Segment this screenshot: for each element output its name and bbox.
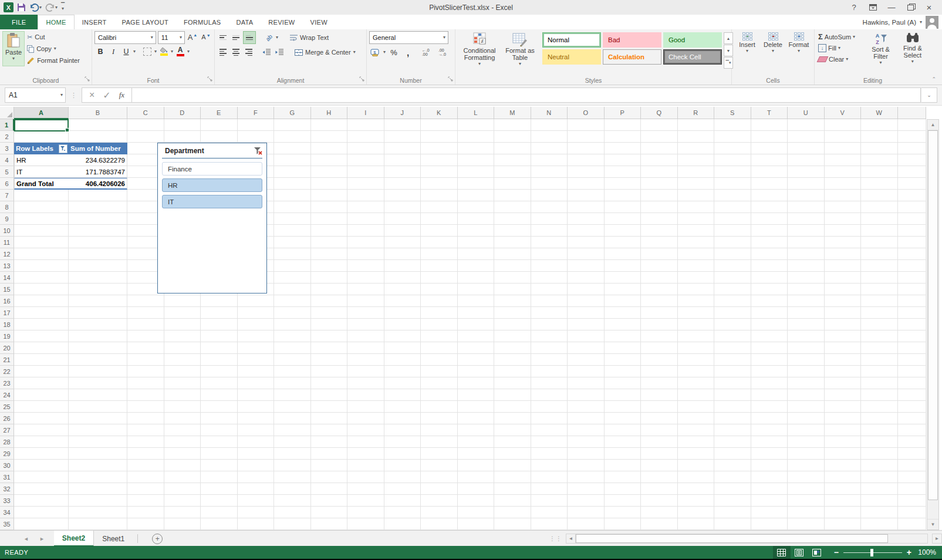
column-header-H[interactable]: H	[311, 107, 348, 119]
column-header-J[interactable]: J	[384, 107, 421, 119]
name-box[interactable]: A1▾	[5, 87, 66, 103]
comma-icon[interactable]: ,	[402, 46, 414, 58]
restore-button[interactable]	[902, 2, 919, 14]
insert-function-icon[interactable]: fx	[119, 90, 124, 100]
cell-style-bad[interactable]: Bad	[603, 32, 661, 48]
undo-icon[interactable]: ▾	[29, 4, 42, 12]
sort-filter-button[interactable]: AZ Sort & Filter ▾	[865, 31, 896, 66]
fill-color-dropdown-arrow[interactable]: ▾	[171, 49, 173, 54]
autosum-button[interactable]: ΣAutoSum▾	[817, 31, 865, 42]
row-header-4[interactable]: 4	[0, 154, 14, 166]
row-header-12[interactable]: 12	[0, 248, 14, 260]
column-header-P[interactable]: P	[605, 107, 641, 119]
user-dropdown-arrow[interactable]: ▾	[920, 20, 922, 25]
middle-align-icon[interactable]	[230, 32, 242, 43]
row-header-16[interactable]: 16	[0, 295, 14, 307]
borders-dropdown-arrow[interactable]: ▾	[154, 49, 157, 54]
row-header-15[interactable]: 15	[0, 284, 14, 295]
column-header-U[interactable]: U	[788, 107, 825, 119]
copy-button[interactable]: Copy▾	[26, 43, 81, 55]
clipboard-dialog-launcher[interactable]	[85, 76, 90, 83]
slicer-item-finance[interactable]: Finance	[162, 162, 262, 176]
column-header-partial[interactable]	[898, 107, 926, 119]
column-header-S[interactable]: S	[714, 107, 751, 119]
row-header-9[interactable]: 9	[0, 213, 14, 225]
italic-button[interactable]: I	[107, 46, 119, 58]
cell-style-normal[interactable]: Normal	[542, 32, 601, 48]
row-header-5[interactable]: 5	[0, 166, 14, 178]
column-header-F[interactable]: F	[238, 107, 275, 119]
merge-center-button[interactable]: Merge & Center▾	[293, 46, 357, 58]
column-header-N[interactable]: N	[531, 107, 568, 119]
fill-handle[interactable]	[65, 128, 69, 132]
column-header-B[interactable]: B	[69, 107, 127, 119]
insert-cells-button[interactable]: Insert▾	[734, 31, 760, 55]
decrease-font-icon[interactable]: A▼	[200, 31, 212, 43]
row-header-25[interactable]: 25	[0, 401, 14, 413]
row-header-10[interactable]: 10	[0, 225, 14, 237]
scroll-down-icon[interactable]: ▼	[927, 519, 938, 529]
row-header-8[interactable]: 8	[0, 201, 14, 213]
row-header-6[interactable]: 6	[0, 178, 14, 190]
vertical-scroll-thumb[interactable]	[928, 130, 938, 500]
pivot-row[interactable]: IT171.7883747	[14, 166, 127, 178]
formula-input[interactable]	[132, 87, 921, 103]
cell-style-neutral[interactable]: Neutral	[542, 49, 601, 65]
row-header-24[interactable]: 24	[0, 389, 14, 401]
ribbon-tab-review[interactable]: REVIEW	[261, 15, 302, 29]
column-header-G[interactable]: G	[274, 107, 311, 119]
redo-icon[interactable]: ▾	[45, 4, 58, 12]
row-header-35[interactable]: 35	[0, 518, 14, 530]
select-all-corner[interactable]	[0, 107, 14, 119]
column-header-C[interactable]: C	[127, 107, 164, 119]
increase-decimal-icon[interactable]: ←.0 .00	[422, 46, 436, 58]
slicer-item-hr[interactable]: HR	[162, 178, 262, 192]
accounting-dropdown-arrow[interactable]: ▾	[383, 50, 386, 55]
conditional-formatting-button[interactable]: ≠ Conditional Formatting ▾	[458, 31, 501, 69]
bold-button[interactable]: B	[94, 46, 106, 58]
row-header-2[interactable]: 2	[0, 131, 14, 143]
slicer-item-it[interactable]: IT	[162, 195, 262, 208]
ribbon-tab-home[interactable]: HOME	[38, 15, 74, 30]
excel-logo-icon[interactable]: X	[4, 2, 13, 12]
row-header-17[interactable]: 17	[0, 307, 14, 319]
column-header-A[interactable]: A	[14, 107, 69, 119]
row-header-18[interactable]: 18	[0, 319, 14, 330]
scroll-up-icon[interactable]: ▲	[927, 120, 938, 130]
clear-button[interactable]: Clear▾	[817, 53, 865, 65]
format-painter-button[interactable]: Format Painter	[26, 55, 81, 66]
column-header-R[interactable]: R	[678, 107, 715, 119]
row-header-19[interactable]: 19	[0, 330, 14, 342]
accounting-format-icon[interactable]: $	[369, 46, 381, 58]
row-header-34[interactable]: 34	[0, 507, 14, 518]
ribbon-tab-formulas[interactable]: FORMULAS	[176, 15, 229, 29]
align-right-icon[interactable]	[243, 46, 255, 58]
row-header-11[interactable]: 11	[0, 237, 14, 248]
row-header-13[interactable]: 13	[0, 260, 14, 272]
percent-icon[interactable]: %	[388, 46, 400, 58]
close-button[interactable]: ×	[921, 2, 937, 14]
scroll-left-icon[interactable]: ◄	[566, 534, 576, 544]
row-header-23[interactable]: 23	[0, 377, 14, 389]
zoom-in-icon[interactable]: +	[907, 549, 911, 555]
row-header-26[interactable]: 26	[0, 413, 14, 424]
row-header-27[interactable]: 27	[0, 424, 14, 436]
horizontal-scroll-thumb[interactable]	[576, 534, 888, 543]
enter-icon[interactable]: ✓	[103, 90, 110, 101]
paste-button[interactable]: Paste ▾	[2, 31, 25, 66]
sheet-tab-sheet1[interactable]: Sheet1	[94, 531, 133, 546]
help-icon[interactable]: ?	[846, 2, 862, 14]
row-header-3[interactable]: 3	[0, 143, 14, 154]
slicer-department[interactable]: Department FinanceHRIT	[157, 143, 267, 294]
align-left-icon[interactable]	[217, 46, 229, 58]
tab-splitter-handle[interactable]: ⋮⋮	[549, 535, 566, 542]
find-select-button[interactable]: Find & Select ▾	[897, 31, 929, 66]
format-as-table-button[interactable]: Format as Table ▾	[501, 31, 539, 69]
avatar[interactable]	[926, 16, 938, 29]
borders-icon[interactable]	[141, 46, 153, 58]
row-header-30[interactable]: 30	[0, 460, 14, 471]
bottom-align-icon[interactable]	[243, 31, 256, 44]
row-header-31[interactable]: 31	[0, 471, 14, 483]
row-header-29[interactable]: 29	[0, 448, 14, 460]
font-dialog-launcher[interactable]	[207, 76, 212, 83]
